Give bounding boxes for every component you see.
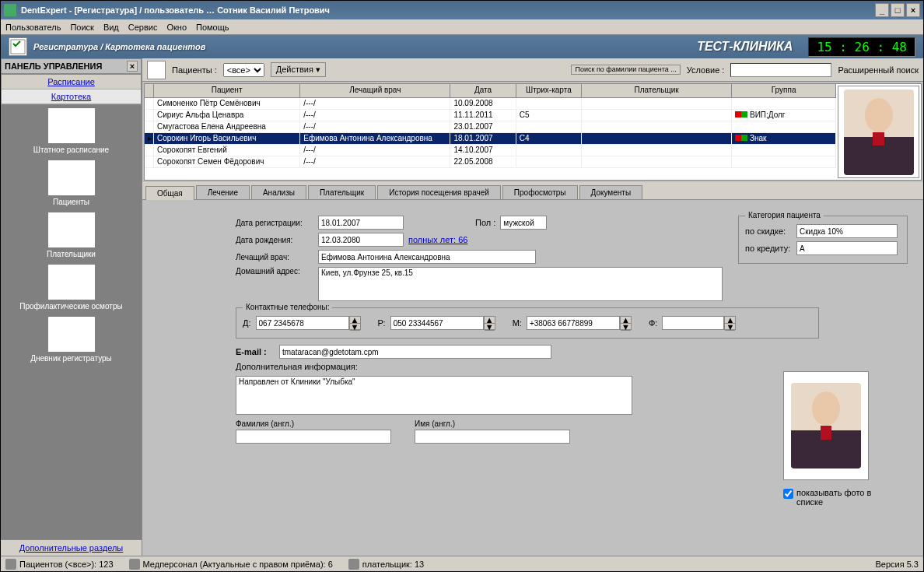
- sex-label: Пол :: [475, 218, 495, 227]
- detail-panel: Дата регистрации: Пол : Дата рождения: п…: [142, 200, 923, 556]
- info-input[interactable]: Направлен от Клиники "Улыбка": [236, 376, 632, 415]
- credit-input[interactable]: [796, 241, 898, 255]
- tab-general[interactable]: Общая: [145, 186, 194, 200]
- status-payer-icon: [348, 559, 359, 570]
- col-group[interactable]: Группа: [732, 84, 836, 97]
- menu-search[interactable]: Поиск: [70, 23, 93, 32]
- status-staff: Медперсонал (Актуальные с правом приёма)…: [143, 560, 333, 569]
- patients-grid: Пациент Лечащий врач Дата Штрих-карта Пл…: [145, 84, 836, 180]
- maximize-button[interactable]: □: [891, 3, 905, 17]
- window-title: DentExpert - [Регистратура] / пользовате…: [21, 5, 875, 15]
- firstname-en-input[interactable]: [415, 430, 570, 444]
- table-row[interactable]: Сорокопят Евгений/---/14.10.2007: [145, 145, 836, 156]
- condition-input[interactable]: [730, 63, 831, 77]
- menu-user[interactable]: Пользователь: [5, 23, 61, 32]
- col-card[interactable]: Штрих-карта: [516, 84, 582, 97]
- search-hint[interactable]: Поиск по фамилии пациента ...: [571, 65, 680, 75]
- table-row[interactable]: Сириус Альфа Ценавра/---/11.11.2011C5 ВИ…: [145, 110, 836, 121]
- show-photo-checkbox[interactable]: показывать фото в списке: [783, 488, 877, 507]
- minimize-button[interactable]: _: [875, 3, 889, 17]
- tab-analyses[interactable]: Анализы: [251, 185, 306, 199]
- menu-service[interactable]: Сервис: [128, 23, 158, 32]
- toolbar-icon[interactable]: [147, 61, 166, 79]
- sidebar-item-checkups[interactable]: Профилактические осмотры: [4, 265, 138, 311]
- phone-d-input[interactable]: [256, 316, 349, 330]
- sidebar-item-label: Пациенты: [53, 198, 89, 206]
- patients-select[interactable]: <все>: [223, 63, 264, 77]
- sidebar-item-journal[interactable]: Дневник регистратуры: [4, 317, 138, 363]
- actions-button[interactable]: Действия ▾: [271, 62, 326, 77]
- reg-date-label: Дата регистрации:: [236, 219, 313, 227]
- staff-icon: [48, 108, 95, 143]
- email-input[interactable]: [279, 345, 551, 359]
- statusbar: Пациентов (<все>): 123 Медперсонал (Акту…: [1, 556, 923, 571]
- sidebar-close-icon[interactable]: ×: [127, 61, 138, 72]
- phone-r-spinner[interactable]: ▲▼: [484, 316, 495, 330]
- sidebar-item-payers[interactable]: Плательщики: [4, 212, 138, 258]
- tabs: Общая Лечение Анализы Плательщик История…: [142, 182, 923, 200]
- app-icon: [4, 4, 16, 16]
- phone-d-label: Д:: [243, 318, 251, 328]
- col-date[interactable]: Дата: [450, 84, 516, 97]
- titlebar: DentExpert - [Регистратура] / пользовате…: [1, 1, 923, 19]
- advanced-search-link[interactable]: Расширенный поиск: [838, 65, 919, 75]
- status-payer: плательщик: 13: [362, 560, 424, 569]
- show-photo-label: показывать фото в списке: [796, 488, 877, 507]
- status-patients: Пациентов (<все>): 123: [19, 560, 114, 569]
- sidebar-title: ПАНЕЛЬ УПРАВЛЕНИЯ ×: [1, 58, 142, 74]
- status-patients-icon: [5, 559, 16, 570]
- sidebar-item-patients[interactable]: Пациенты: [4, 160, 138, 206]
- patient-photo-preview: [838, 86, 919, 178]
- phone-f-label: Ф:: [649, 318, 657, 328]
- phone-r-input[interactable]: [390, 316, 484, 330]
- clinic-name: ТЕСТ-КЛИНИКА: [697, 40, 793, 54]
- table-row[interactable]: Симоненко Пётр Семёнович/---/10.09.2008: [145, 98, 836, 110]
- grid-marker-col: [145, 84, 154, 97]
- menu-view[interactable]: Вид: [103, 23, 119, 32]
- app-window: DentExpert - [Регистратура] / пользовате…: [0, 0, 924, 572]
- address-input[interactable]: Киев, ул.Фрунзе 25, кв.15: [318, 267, 723, 301]
- tab-payer[interactable]: Плательщик: [308, 185, 376, 199]
- menu-window[interactable]: Окно: [166, 23, 187, 32]
- lastname-en-label: Фамилия (англ.): [236, 419, 391, 428]
- status-staff-icon: [129, 559, 140, 570]
- discount-input[interactable]: [796, 224, 898, 238]
- phone-f-spinner[interactable]: ▲▼: [724, 316, 736, 330]
- phone-f-input[interactable]: [662, 316, 724, 330]
- sex-input[interactable]: [500, 216, 547, 230]
- birth-date-input[interactable]: [318, 233, 404, 247]
- journal-icon: [48, 317, 95, 352]
- age-label[interactable]: полных лет: 66: [408, 235, 467, 244]
- table-row[interactable]: Смугастова Елена Андреевна/---/23.01.200…: [145, 121, 836, 133]
- reg-date-input[interactable]: [318, 216, 404, 230]
- sidebar-item-label: Штатное расписание: [33, 146, 109, 154]
- address-label: Домашний адрес:: [236, 267, 313, 275]
- tab-documents[interactable]: Документы: [579, 185, 643, 199]
- sidebar-item-staff[interactable]: Штатное расписание: [4, 108, 138, 154]
- phone-m-input[interactable]: [527, 316, 620, 330]
- sidebar-item-label: Дневник регистратуры: [30, 354, 112, 363]
- show-photo-input[interactable]: [783, 489, 793, 499]
- table-row[interactable]: Сорокопят Семен Фёдорович/---/22.05.2008: [145, 156, 836, 168]
- phone-m-spinner[interactable]: ▲▼: [620, 316, 632, 330]
- col-patient[interactable]: Пациент: [154, 84, 300, 97]
- tab-treatment[interactable]: Лечение: [196, 185, 250, 199]
- table-row[interactable]: ▸Сорокин Игорь ВасильевичЕфимова Антонин…: [145, 133, 836, 145]
- patient-photo-large: [783, 371, 869, 480]
- phone-m-label: М:: [513, 318, 522, 328]
- close-button[interactable]: ×: [906, 3, 920, 17]
- sidebar-title-text: ПАНЕЛЬ УПРАВЛЕНИЯ: [5, 61, 102, 71]
- tab-history[interactable]: История посещения врачей: [377, 185, 501, 199]
- sidebar-link-schedule[interactable]: Расписание: [2, 75, 141, 89]
- col-doctor[interactable]: Лечащий врач: [300, 84, 450, 97]
- col-payer[interactable]: Плательщик: [582, 84, 732, 97]
- tab-checkups[interactable]: Профосмотры: [502, 185, 578, 199]
- doctor-input[interactable]: [318, 250, 536, 264]
- sidebar-more-link[interactable]: Дополнительные разделы: [1, 539, 142, 556]
- version-label: Версия 5.3: [875, 560, 919, 569]
- phone-d-spinner[interactable]: ▲▼: [349, 316, 361, 330]
- sidebar-item-label: Профилактические осмотры: [19, 302, 122, 311]
- sidebar-link-cards[interactable]: Картотека: [2, 89, 141, 104]
- menu-help[interactable]: Помощь: [196, 23, 229, 32]
- lastname-en-input[interactable]: [236, 430, 391, 444]
